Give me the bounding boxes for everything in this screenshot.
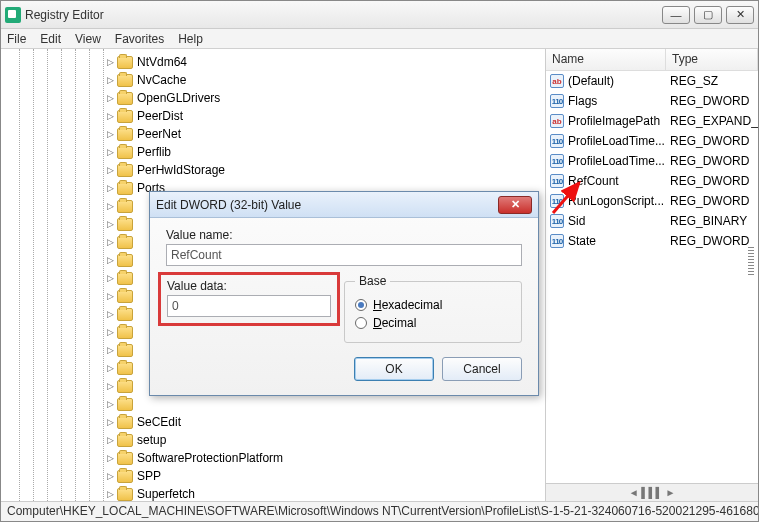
tree-item[interactable]: ▷SPP [105,467,545,485]
expander-icon[interactable]: ▷ [105,201,115,211]
cancel-button[interactable]: Cancel [442,357,522,381]
list-row[interactable]: 110StateREG_DWORD [546,231,758,251]
radio-hexadecimal[interactable]: Hexadecimal [355,298,511,312]
binary-value-icon: 110 [550,214,564,228]
expander-icon[interactable]: ▷ [105,165,115,175]
expander-icon[interactable]: ▷ [105,309,115,319]
value-type: REG_DWORD [666,94,758,108]
tree-label: NtVdm64 [137,55,187,69]
folder-icon [117,56,133,69]
expander-icon[interactable]: ▷ [105,453,115,463]
tree-item[interactable]: ▷setup [105,431,545,449]
menu-view[interactable]: View [75,32,101,46]
close-button[interactable]: ✕ [726,6,754,24]
menu-help[interactable]: Help [178,32,203,46]
list-row[interactable]: 110SidREG_BINARY [546,211,758,231]
tree-item[interactable]: ▷OpenGLDrivers [105,89,545,107]
folder-icon [117,128,133,141]
folder-icon [117,272,133,285]
list-row[interactable]: 110ProfileLoadTime...REG_DWORD [546,151,758,171]
expander-icon[interactable]: ▷ [105,417,115,427]
expander-icon[interactable]: ▷ [105,219,115,229]
expander-icon[interactable]: ▷ [105,93,115,103]
value-type: REG_DWORD [666,234,758,248]
value-data-field[interactable] [167,295,331,317]
value-name: (Default) [568,74,614,88]
expander-icon[interactable]: ▷ [105,363,115,373]
dialog-close-button[interactable]: ✕ [498,196,532,214]
expander-icon[interactable]: ▷ [105,435,115,445]
horizontal-scrollbar[interactable]: ◄ ▌▌▌ ► [546,483,758,501]
tree-item[interactable]: ▷ [105,395,545,413]
binary-value-icon: 110 [550,134,564,148]
list-body[interactable]: ab(Default)REG_SZ110FlagsREG_DWORDabProf… [546,71,758,483]
folder-icon [117,200,133,213]
radio-decimal[interactable]: Decimal [355,316,511,330]
col-type[interactable]: Type [666,49,758,70]
expander-icon[interactable]: ▷ [105,489,115,499]
folder-icon [117,434,133,447]
radio-dot-icon [355,317,367,329]
tree-label: PeerDist [137,109,183,123]
menu-favorites[interactable]: Favorites [115,32,164,46]
expander-icon[interactable]: ▷ [105,291,115,301]
value-name-label: Value name: [166,228,522,242]
value-name-field[interactable] [166,244,522,266]
value-type: REG_DWORD [666,154,758,168]
expander-icon[interactable]: ▷ [105,345,115,355]
expander-icon[interactable]: ▷ [105,237,115,247]
value-name: ProfileLoadTime... [568,154,665,168]
tree-item[interactable]: ▷NvCache [105,71,545,89]
expander-icon[interactable]: ▷ [105,327,115,337]
list-row[interactable]: 110FlagsREG_DWORD [546,91,758,111]
tree-item[interactable]: ▷Perflib [105,143,545,161]
ok-button[interactable]: OK [354,357,434,381]
folder-icon [117,326,133,339]
tree-item[interactable]: ▷Superfetch [105,485,545,501]
expander-icon[interactable]: ▷ [105,183,115,193]
expander-icon[interactable]: ▷ [105,471,115,481]
expander-icon[interactable]: ▷ [105,399,115,409]
tree-item[interactable]: ▷PerHwIdStorage [105,161,545,179]
col-name[interactable]: Name [546,49,666,70]
tree-item[interactable]: ▷SeCEdit [105,413,545,431]
statusbar: Computer\HKEY_LOCAL_MACHINE\SOFTWARE\Mic… [1,501,758,521]
tree-label: NvCache [137,73,186,87]
resize-grip[interactable] [748,247,754,275]
expander-icon[interactable]: ▷ [105,111,115,121]
value-type: REG_BINARY [666,214,758,228]
tree-item[interactable]: ▷PeerDist [105,107,545,125]
list-row[interactable]: abProfileImagePathREG_EXPAND_ [546,111,758,131]
binary-value-icon: 110 [550,194,564,208]
value-type: REG_DWORD [666,194,758,208]
expander-icon[interactable]: ▷ [105,147,115,157]
base-legend: Base [355,274,390,288]
binary-value-icon: 110 [550,94,564,108]
folder-icon [117,254,133,267]
expander-icon[interactable]: ▷ [105,57,115,67]
minimize-button[interactable]: — [662,6,690,24]
list-row[interactable]: 110ProfileLoadTime...REG_DWORD [546,131,758,151]
list-row[interactable]: 110RefCountREG_DWORD [546,171,758,191]
list-row[interactable]: 110RunLogonScript...REG_DWORD [546,191,758,211]
value-name: Flags [568,94,597,108]
dialog-titlebar[interactable]: Edit DWORD (32-bit) Value ✕ [150,192,538,218]
base-group: Base Hexadecimal Decimal [344,274,522,343]
tree-item[interactable]: ▷SoftwareProtectionPlatform [105,449,545,467]
expander-icon[interactable]: ▷ [105,129,115,139]
menu-file[interactable]: File [7,32,26,46]
expander-icon[interactable]: ▷ [105,273,115,283]
expander-icon[interactable]: ▷ [105,75,115,85]
folder-icon [117,218,133,231]
tree-item[interactable]: ▷NtVdm64 [105,53,545,71]
expander-icon[interactable]: ▷ [105,255,115,265]
list-row[interactable]: ab(Default)REG_SZ [546,71,758,91]
menu-edit[interactable]: Edit [40,32,61,46]
radio-dec-label: Decimal [373,316,416,330]
value-name: ProfileLoadTime... [568,134,665,148]
folder-icon [117,236,133,249]
expander-icon[interactable]: ▷ [105,381,115,391]
maximize-button[interactable]: ▢ [694,6,722,24]
tree-item[interactable]: ▷PeerNet [105,125,545,143]
folder-icon [117,110,133,123]
